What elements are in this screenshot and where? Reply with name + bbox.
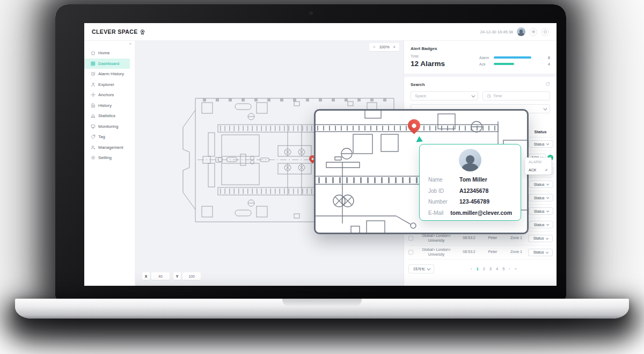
- table-row: Global> London> University 08:53:2 Peter…: [408, 245, 553, 259]
- power-icon: [543, 30, 547, 34]
- sidebar-item-home[interactable]: Home: [84, 48, 130, 59]
- total-alarms-value: 12 Alarms: [411, 60, 445, 68]
- next-page-button[interactable]: ›: [509, 266, 510, 271]
- anchor-icon: [91, 92, 96, 97]
- chevron-down-icon: [546, 223, 548, 226]
- status-dropdown[interactable]: Status: [529, 194, 553, 201]
- status-dropdown[interactable]: Status: [528, 249, 553, 256]
- sidebar-item-anchors[interactable]: Anchors: [84, 90, 130, 100]
- person-manage-icon: [91, 145, 96, 150]
- header-timestamp: 24-12-30 16:45:38: [480, 30, 513, 34]
- home-icon: [91, 50, 96, 55]
- person-name: Tom Miller: [459, 176, 487, 183]
- sidebar-item-setting[interactable]: Setting: [84, 153, 130, 163]
- laptop-mockup: CLEVER SPACE 24-12-30 16:45:38: [0, 0, 644, 354]
- time-input[interactable]: Time: [482, 91, 550, 100]
- prev-page-button[interactable]: ‹: [471, 266, 472, 271]
- space-select-placeholder: Space: [415, 93, 426, 98]
- zoom-control: − 100% +: [369, 43, 399, 51]
- page-size-select[interactable]: 15개씩: [408, 264, 434, 273]
- chevron-down-icon: [427, 267, 430, 270]
- zoom-in-button[interactable]: +: [393, 45, 396, 49]
- sidebar: « Home Dashboard Alarm History Explorer: [84, 41, 135, 286]
- sidebar-item-alarm-history[interactable]: Alarm History: [84, 69, 130, 80]
- y-label: Y: [173, 272, 181, 280]
- alarm-bars: Alarm 8 Ack 4: [479, 53, 550, 68]
- cell-space: Global> London> University: [415, 248, 457, 257]
- person-number: 123-456789: [459, 198, 489, 205]
- alarm-clock-icon: [91, 71, 96, 76]
- sidebar-item-history[interactable]: History: [84, 100, 130, 111]
- status-dropdown[interactable]: Status: [529, 140, 553, 148]
- sidebar-item-tag[interactable]: Tag: [84, 132, 130, 142]
- chevron-down-icon: [545, 250, 548, 253]
- zoom-out-button[interactable]: −: [373, 45, 375, 49]
- sidebar-item-label: History: [98, 103, 112, 108]
- cell-space: Global> London> University: [415, 234, 457, 243]
- chevron-down-icon: [546, 209, 548, 212]
- page-4[interactable]: 4: [496, 266, 498, 271]
- status-dropdown[interactable]: Status: [529, 180, 553, 188]
- refresh-icon: [545, 82, 550, 86]
- sidebar-item-label: Home: [98, 50, 109, 55]
- person-avatar: [459, 149, 481, 171]
- document-icon: [91, 103, 96, 108]
- x-value-input[interactable]: 40: [151, 272, 170, 280]
- status-dropdown-menu: ALARM ACK ✓: [525, 157, 552, 175]
- y-value-input[interactable]: 100: [182, 272, 201, 280]
- dropdown-option-ack[interactable]: ACK ✓: [525, 166, 551, 174]
- sidebar-item-explorer[interactable]: Explorer: [84, 80, 130, 90]
- coordinate-readout: X 40 Y 100: [142, 272, 201, 280]
- row-checkbox[interactable]: [408, 236, 413, 241]
- search-section: Search Space: [404, 77, 557, 113]
- sidebar-item-label: Setting: [98, 155, 112, 160]
- field-label: Number: [428, 199, 459, 205]
- cell-time: 08:53:2: [457, 250, 481, 254]
- sidebar-item-label: Monitoring: [98, 124, 118, 129]
- power-button[interactable]: [541, 28, 549, 36]
- app-header: CLEVER SPACE 24-12-30 16:45:38: [84, 23, 557, 41]
- row-checkbox[interactable]: [408, 250, 413, 255]
- dashboard-icon: [91, 61, 96, 66]
- space-select[interactable]: Space: [411, 91, 478, 100]
- chevron-down-icon: [471, 94, 474, 97]
- tag-icon: [91, 134, 96, 139]
- sidebar-item-dashboard[interactable]: Dashboard: [84, 59, 130, 69]
- chevron-down-icon: [546, 142, 548, 145]
- sidebar-item-monitoring[interactable]: Monitoring: [84, 121, 130, 132]
- ack-bar-label: Ack: [479, 62, 491, 66]
- last-page-button[interactable]: »: [515, 266, 517, 271]
- dropdown-option-alarm[interactable]: ALARM: [525, 158, 551, 166]
- status-dropdown[interactable]: Status: [528, 235, 553, 242]
- zoom-level: 100%: [379, 45, 389, 49]
- chevron-down-icon: [543, 107, 546, 110]
- sidebar-item-label: Anchors: [98, 92, 114, 97]
- alert-badges-section: Alert Badges Total 12 Alarms Alarm 8: [404, 41, 557, 68]
- chevron-down-icon: [545, 236, 548, 239]
- refresh-button[interactable]: [545, 82, 550, 88]
- laptop-base: [15, 299, 629, 319]
- laptop-lid-notch: [282, 299, 362, 307]
- bar-chart-icon: [91, 113, 96, 118]
- page-1[interactable]: 1: [476, 266, 478, 271]
- alarm-bar: [494, 56, 531, 59]
- cell-time: 08:53:2: [457, 236, 481, 240]
- person-info-card: Name Tom Miller Job ID A12345678 Number …: [419, 144, 521, 221]
- cell-zone: Zone 1: [504, 236, 528, 240]
- clock-icon: [487, 94, 491, 98]
- laptop-screen: CLEVER SPACE 24-12-30 16:45:38: [55, 4, 566, 299]
- page-2[interactable]: 2: [483, 266, 485, 271]
- status-dropdown[interactable]: Status: [529, 207, 553, 215]
- sidebar-item-statistics[interactable]: Statistics: [84, 111, 130, 121]
- user-avatar[interactable]: [517, 27, 525, 36]
- sidebar-item-management[interactable]: Management: [84, 142, 130, 153]
- status-dropdown[interactable]: Status: [529, 221, 553, 228]
- page-3[interactable]: 3: [489, 266, 492, 271]
- sidebar-collapse-icon[interactable]: «: [129, 41, 131, 46]
- field-label: Job ID: [428, 188, 459, 194]
- page-5[interactable]: 5: [502, 266, 504, 271]
- sidebar-item-label: Statistics: [98, 113, 115, 118]
- person-email: tom.miller@clever.com: [450, 209, 512, 216]
- laptop-camera-dot: [309, 11, 313, 15]
- settings-button[interactable]: [529, 28, 537, 36]
